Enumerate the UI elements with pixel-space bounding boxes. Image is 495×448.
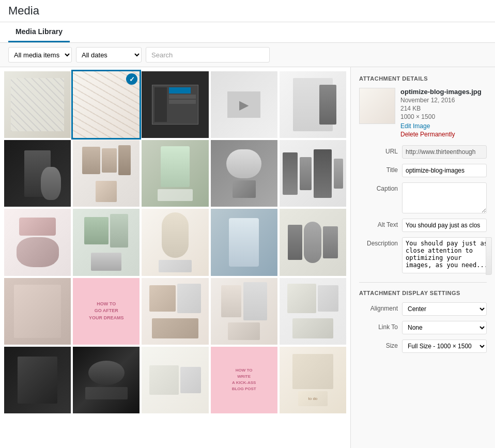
media-item[interactable] <box>211 278 277 345</box>
media-item[interactable] <box>211 140 277 207</box>
media-item[interactable] <box>142 347 208 413</box>
media-item[interactable] <box>211 209 277 275</box>
media-item-pink2[interactable]: HOW TOWRITEA KICK-ASSBLOG POST <box>211 347 277 413</box>
attachment-filename: optimize-blog-images.jpg <box>400 88 487 96</box>
media-item[interactable] <box>4 71 71 138</box>
media-item[interactable] <box>142 140 208 207</box>
url-input[interactable] <box>402 145 487 159</box>
date-filter[interactable]: All dates November 2016 December 2016 <box>76 47 142 63</box>
link-to-label: Link To <box>359 321 398 331</box>
media-item-selected[interactable]: ✓ <box>73 71 140 138</box>
link-to-field-row: Link To None Media File Attachment Page … <box>359 321 487 334</box>
alt-text-field-row: Alt Text <box>359 219 487 232</box>
media-item-pink1[interactable]: HOW TOGO AFTERYOUR DREAMS <box>73 278 140 345</box>
edit-image-link[interactable]: Edit Image <box>400 122 487 130</box>
media-item[interactable]: to do <box>280 347 346 413</box>
size-field-row: Size Full Size - 1000 × 1500 Thumbnail -… <box>359 339 487 353</box>
page-header: Media <box>0 0 495 22</box>
media-item[interactable] <box>4 140 71 207</box>
media-grid-area: ✓ ▶ <box>0 67 350 448</box>
media-item[interactable] <box>73 347 140 413</box>
attachment-thumb <box>359 88 395 124</box>
media-item[interactable] <box>4 347 71 413</box>
media-item[interactable]: ▶ <box>211 71 277 138</box>
alignment-select[interactable]: Center None Left Right <box>402 302 487 316</box>
attachment-date: November 12, 2016 <box>400 97 487 104</box>
media-item[interactable] <box>73 209 140 275</box>
media-type-filter[interactable]: All media items Images Video Audio <box>8 47 72 63</box>
display-settings-title: ATTACHMENT DISPLAY SETTINGS <box>359 290 487 296</box>
caption-label: Caption <box>359 182 398 192</box>
media-item[interactable] <box>142 209 208 275</box>
attachment-dimensions: 1000 × 1500 <box>400 113 487 120</box>
description-textarea[interactable]: You should pay just as close attention t… <box>402 237 492 273</box>
description-label: Description <box>359 237 398 247</box>
alignment-field-row: Alignment Center None Left Right <box>359 302 487 316</box>
title-field-row: Title <box>359 164 487 177</box>
attachment-preview: optimize-blog-images.jpg November 12, 20… <box>359 88 487 138</box>
alignment-label: Alignment <box>359 302 398 312</box>
media-item[interactable] <box>142 71 208 138</box>
toolbar: All media items Images Video Audio All d… <box>0 43 495 67</box>
alt-text-label: Alt Text <box>359 219 398 228</box>
tabs-bar: Media Library <box>0 22 495 43</box>
tab-media-library[interactable]: Media Library <box>8 22 70 42</box>
delete-image-link[interactable]: Delete Permanently <box>400 131 487 138</box>
link-to-select[interactable]: None Media File Attachment Page Custom U… <box>402 321 487 334</box>
main-layout: ✓ ▶ <box>0 67 495 448</box>
media-grid: ✓ ▶ <box>4 71 346 413</box>
title-input[interactable] <box>402 164 487 177</box>
title-label: Title <box>359 164 398 174</box>
media-item[interactable] <box>280 71 346 138</box>
url-field-row: URL <box>359 145 487 159</box>
media-item[interactable] <box>4 278 71 345</box>
media-item[interactable] <box>73 140 140 207</box>
media-item[interactable] <box>280 140 346 207</box>
media-item[interactable] <box>280 278 346 345</box>
attachment-details-title: ATTACHMENT DETAILS <box>359 75 487 82</box>
size-label: Size <box>359 339 398 349</box>
attachment-sidebar: ATTACHMENT DETAILS optimize-blog-images.… <box>350 67 495 448</box>
media-item[interactable] <box>142 278 208 345</box>
url-label: URL <box>359 145 398 155</box>
attachment-size: 214 KB <box>400 105 487 112</box>
alt-text-input[interactable] <box>402 219 487 232</box>
search-input[interactable] <box>146 47 270 63</box>
sidebar-divider <box>359 282 487 283</box>
page-title: Media <box>8 4 39 18</box>
caption-textarea[interactable] <box>402 182 487 213</box>
description-field-row: Description You should pay just as close… <box>359 237 487 275</box>
size-select[interactable]: Full Size - 1000 × 1500 Thumbnail - 150 … <box>402 339 487 353</box>
attachment-meta: optimize-blog-images.jpg November 12, 20… <box>400 88 487 138</box>
caption-field-row: Caption <box>359 182 487 213</box>
media-item[interactable] <box>280 209 346 275</box>
media-item[interactable] <box>4 209 71 275</box>
